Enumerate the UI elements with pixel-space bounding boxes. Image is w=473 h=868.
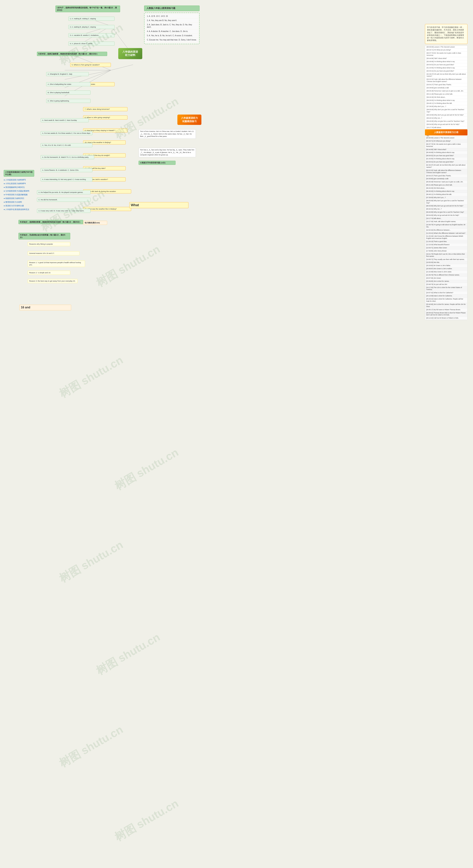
right-panel-item-16: [06:48:11] I'm thinking about the talk. xyxy=(425,102,467,105)
right-panel-item-22: [09:54:00] Why not go and ask Mr Wu for … xyxy=(425,123,467,126)
transcript-item-3: [00:44:96] Talk? About what? xyxy=(425,148,467,151)
q5-text: 5. Where is Tom going for vacation? xyxy=(70,63,111,67)
transcript-item-47: [25:40:60] Jim is short for James. Peopl… xyxy=(425,303,467,308)
q14-c: C. He did his homework. xyxy=(37,198,91,202)
right-panel-item-11: [04:39:80] give somebody a talk xyxy=(425,87,467,90)
answers-header: 人教版八年级上册英语练习题 xyxy=(144,5,199,11)
right-panel-item-17: [07:39:05] Why don't you...? xyxy=(425,105,467,108)
sidebar-link-6[interactable]: ● 整理英语听力分材料 xyxy=(4,200,34,204)
sidebar-link-4[interactable]: ● 中考英语听力试题讲解视频 xyxy=(4,193,34,196)
answer1: 1. A. 12 B. 13 C. 14 D. 15 xyxy=(146,14,198,18)
sidebar-link-8[interactable]: ● 八年级学生英语跟读资料范文 xyxy=(4,208,34,211)
right-panel-item-0: [00:00:00] Lesson 2 The Second Lesson xyxy=(425,45,467,49)
answer6: C. Excuse me. You may ask that man. D. S… xyxy=(146,38,198,41)
section3-header: III.听短文，选择最佳答案，根据你听到的短文选择（每小题1分，满分5分） xyxy=(19,220,83,224)
what-label: What xyxy=(129,202,188,208)
sidebar-link-1[interactable]: ● 小学生英语听力材料MP4 xyxy=(4,182,34,186)
q10-opts: A. Yes, it is. B. No, it isn't. C. It's … xyxy=(41,143,92,147)
section4-header: IV.听短文，完成表格,短文内容两遍（每小题1分，满分5分） xyxy=(19,233,70,240)
transcript-item-49: [26:09:42] Thomas Brown Bob is short for… xyxy=(425,311,467,317)
transcript-item-16: [06:48:11] I'm thinking about the talk. xyxy=(425,193,467,196)
transcript-item-39: [21:55:76] This is different from Chines… xyxy=(425,274,467,277)
transcript-item-13: [05:21:46] Please give us a short talk. xyxy=(425,184,467,187)
transcript-item-9: [03:22:32] Yeah, talk about the differen… xyxy=(425,169,467,175)
q12-opts: A. Some flowers. B. A notebook. C. Some … xyxy=(41,168,92,172)
section4-item2: General reasons 16's 16 and 17. xyxy=(28,251,80,255)
right-panel-item-15: [06:30:93] I'm thinking about what to sa… xyxy=(425,99,467,102)
watermark-6: 树图 shutu.cn xyxy=(112,445,181,494)
right-panel-item-18: [08:05:69] Why don't you give him a card… xyxy=(425,108,467,114)
q14-a: A. He helped his pa rents. B. He played … xyxy=(37,190,91,194)
right-panel-item-23: [10:17:74] talk about... xyxy=(425,126,467,129)
transcript-item-44: [24:57:42] What is short for Catherine? xyxy=(425,291,467,294)
answer2: 2. A. Yes, they are B. No, they aren't. xyxy=(146,19,198,22)
transcript-item-21: [09:45:95] Why not give him a card for T… xyxy=(425,211,467,214)
watermark-7: 树图 shutu.cn xyxy=(57,537,126,586)
central-node2: 八年级英语听力试题模拟练习 xyxy=(177,115,201,125)
sidebar-link-0[interactable]: ● 八年级英语听力材料MP3 xyxy=(4,178,34,182)
transcript-item-22: [09:54:00] Why not go and ask Mr Wu for … xyxy=(425,214,467,217)
transcript-item-15: [06:30:93] I'm thinking about what to sa… xyxy=(425,190,467,193)
transcript-item-50: [26:14:42] Call me Mr Brown or Robert or… xyxy=(425,317,467,320)
q9-opts: A. For two weeks B. For three weeks C. F… xyxy=(41,131,92,135)
section4-item3: Reason 1: 's good 18 that improves peopl… xyxy=(28,260,85,267)
section1-item3: 3. A. vacation B. weeks C. invitations xyxy=(68,33,115,37)
transcript-item-48: [25:55:17] My full name is Robert Thomas… xyxy=(425,308,467,311)
section5-header: 5.根据文字内容回答问题 (10分) xyxy=(138,161,176,165)
watermark-10: 树图 shutu.cn xyxy=(112,796,181,845)
q6-answer: A. She is babysitting her sister. xyxy=(46,82,91,86)
sidebar-link-2[interactable]: ● 英语视频材料(14档421) xyxy=(4,186,34,189)
watermark-4: 树图 shutu.cn xyxy=(94,242,163,290)
q6-c: C. She is going sightseeing. xyxy=(46,99,91,103)
right-panel-item-21: [09:45:95] Why not give him a card for T… xyxy=(425,120,467,123)
right-panel-item-10: [03:54:27] That's good idea.Thanks. xyxy=(425,83,467,87)
transcript-item-4: [00:49:68] I'm thinking about what to sa… xyxy=(425,151,467,154)
transcript-item-14: [06:26:30] Ok! think about... xyxy=(425,187,467,190)
transcript-item-32: [17:09:85] John Henry Brown xyxy=(425,250,467,253)
watermark-8: 树图 shutu.cn xyxy=(94,630,163,678)
transcript-item-40: [23:07:00] Jim Green xyxy=(425,277,467,280)
transcript-item-43: [24:17:50] The USA is short for the Unit… xyxy=(425,286,467,291)
sidebar-link-7[interactable]: ● 英语听力打印资料分册 xyxy=(4,204,34,208)
right-panel-item-14: [06:26:30] Ok! think about... xyxy=(425,96,467,99)
transcript-item-23: [10:17:74] talk about... xyxy=(425,217,467,220)
right-panel-item-1: [00:33:71] Hi! What are you doing? xyxy=(425,49,467,52)
transcript-item-6: [01:43:55] I'm thinking about what to sa… xyxy=(425,157,467,160)
section3-note: 动力教材(满分200) xyxy=(83,221,107,225)
transcript-item-11: [04:39:80] give somebody a talk xyxy=(425,177,467,181)
transcript-item-33: [18:41:70] People don't use Mr, Mrs or M… xyxy=(425,253,467,258)
16-and-label: 16 and xyxy=(20,305,71,310)
transcript-item-38: [21:02:68] Miss Green is Jim's sister. xyxy=(425,271,467,274)
section1-header: I.听句子，选择你所听到的最近的选项。每个句子念一遍。(每小题1分，满分5分) xyxy=(56,5,120,12)
transcript-item-24: [10:27:36] Yeah, talk about English name… xyxy=(425,220,467,223)
right-panel-item-20: [09:40:31] Why not...? xyxy=(425,117,467,120)
right-panel-item-4: [00:49:68] I'm thinking about what to sa… xyxy=(425,60,467,63)
answer5: 5. A. Yes, he is. B. No, he isn't. C. A … xyxy=(146,34,198,37)
section4-item1: Reasons why hiking is popular xyxy=(28,242,70,246)
transcript-item-20: [09:40:31] Why not...? xyxy=(425,208,467,211)
right-panel-list: [00:00:00] Lesson 2 The Second Lesson[00… xyxy=(425,45,468,138)
right-panel-item-7: [02:03:41] Do you have any good idea? xyxy=(425,70,467,73)
q13-opts: A. It was interesting. B. Not very good.… xyxy=(41,177,92,181)
transcript-item-34: [19:58:72] They usually use them with th… xyxy=(425,258,467,261)
page-container: 树图 shutu.cn 树图 shutu.cn 树图 shutu.cn 树图 s… xyxy=(0,0,473,868)
transcript-item-0: [00:00:00] Lesson 2 The Second Lesson xyxy=(425,136,467,140)
connector-lines xyxy=(0,0,473,868)
transcript-item-42: [23:48:79] So just call me Jim! xyxy=(425,283,467,286)
transcript-header: 人教版初中英语听力口语 xyxy=(425,129,468,135)
answer4: 4. A. A doctor. B. A teacher. C. Joe doe… xyxy=(146,30,198,33)
q8-opts: A. Next week B. Next month C. Next Sunda… xyxy=(41,118,89,122)
right-intro-panel: 学习外语并不难，学习外语就像交朋友一样，朋友是越交越好的。天天交流，朋友之间就更… xyxy=(425,24,468,138)
svg-line-5 xyxy=(111,65,133,70)
passage-text2: Tom has a _5_ face and a big nose. He ha… xyxy=(138,148,196,157)
central-node-main: 八年级的英语听力材料 xyxy=(118,48,142,59)
transcript-item-19: [08:33:90] Why don't you go and ask Mr W… xyxy=(425,205,467,208)
sidebar-link-5[interactable]: ● 初级英语听力材料2021 xyxy=(4,196,34,200)
transcript-item-26: [10:52:64] the difference between... xyxy=(425,229,467,232)
right-panel-item-9: [03:22:32] Yeah, talk about the differen… xyxy=(425,78,467,83)
right-panel-item-8: [02:36:37] Oh well, let me think Why don… xyxy=(425,73,467,78)
sidebar-link-3[interactable]: ● 九年级英语听力试题必看材料 xyxy=(4,189,34,193)
section4-item5: Reason 3: the best way to get away from … xyxy=(28,279,77,283)
transcript-item-1: [00:33:71] Hi! What are you doing? xyxy=(425,140,467,143)
right-intro-text: 学习外语并不难，学习外语就像交朋友一样，朋友是越交越好的。天天交流，朋友之间就更… xyxy=(425,24,468,44)
